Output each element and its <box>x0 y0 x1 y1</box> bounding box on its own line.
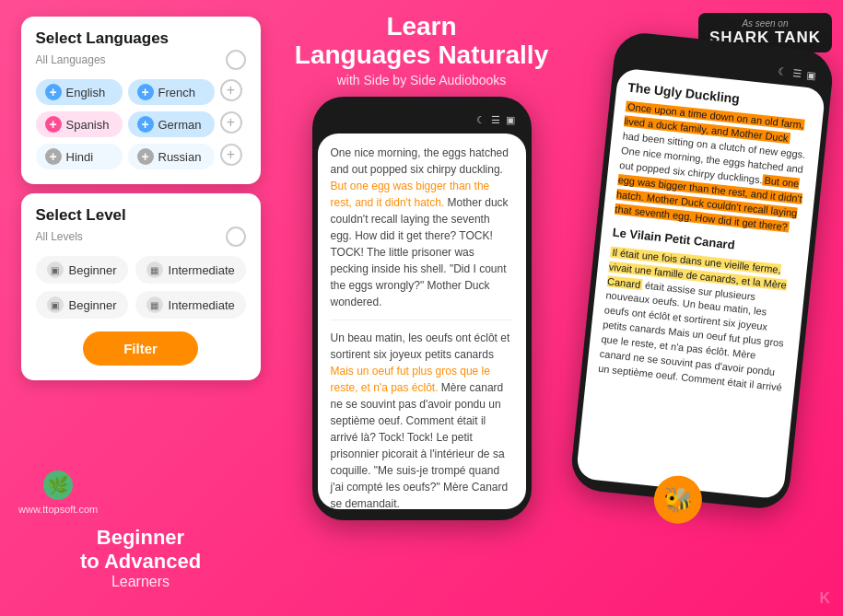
languages-radio[interactable] <box>226 50 246 70</box>
add-language-3[interactable]: + <box>220 144 242 166</box>
level-beginner-1[interactable]: ▣ Beginner <box>36 256 128 284</box>
level-icon-1: ▣ <box>47 262 64 278</box>
phone-screen-right: The Ugly Duckling Once upon a time down … <box>575 67 825 499</box>
phone-middle: ☾ ☰ ▣ One nice morning, the eggs hatched… <box>312 97 532 520</box>
moon-icon-right: ☾ <box>777 65 787 78</box>
moon-icon: ☾ <box>476 114 486 126</box>
right-panel: As seen on SHARK TANK ☾ ☰ ▣ The Ugly Duc… <box>562 0 843 616</box>
right-english-paragraph: Once upon a time down on an old farm, li… <box>614 100 811 237</box>
languages-naturally-text: Languages Naturally <box>295 41 548 70</box>
language-russian[interactable]: + Russian <box>128 144 215 169</box>
level-icon-2: ▦ <box>146 262 163 278</box>
watermark: 🌿 www.ttopsoft.com <box>18 469 98 515</box>
french-paragraph: Un beau matin, les oeufs ont éclôt et so… <box>331 330 513 509</box>
add-language-1[interactable]: + <box>220 79 242 101</box>
language-english[interactable]: + English <box>36 79 123 105</box>
left-panel: Select Languages All Languages + English… <box>0 0 281 616</box>
language-german[interactable]: + German <box>128 111 215 137</box>
level-icon-4: ▦ <box>146 296 163 313</box>
level-intermediate-2[interactable]: ▦ Intermediate <box>135 291 246 319</box>
menu-icon-right: ☰ <box>791 67 802 80</box>
phone-screen-middle: One nice morning, the eggs hatched and o… <box>318 134 526 509</box>
headline-subtitle: with Side by Side Audiobooks <box>295 73 548 87</box>
bottom-small-text: Learners <box>0 574 281 590</box>
select-level-subtitle: All Levels <box>36 227 246 247</box>
plus-french: + <box>137 84 154 100</box>
select-level-card: Select Level All Levels ▣ Beginner ▦ Int… <box>21 193 261 380</box>
bee-icon: 🐝 <box>651 473 704 526</box>
plus-hindi: + <box>45 148 62 165</box>
plus-spanish: + <box>45 116 62 133</box>
level-icon-3: ▣ <box>47 296 64 313</box>
select-languages-subtitle: All Languages <box>36 50 246 70</box>
watermark-text: www.ttopsoft.com <box>18 504 98 515</box>
language-hindi[interactable]: + Hindi <box>36 144 123 169</box>
menu-icon: ☰ <box>491 114 500 126</box>
center-headline: Learn Languages Naturally with Side by S… <box>295 13 548 87</box>
square-icon-right: ▣ <box>806 68 816 81</box>
language-french[interactable]: + French <box>128 79 215 105</box>
bee-icon-container: 🐝 <box>651 473 704 526</box>
phone-right: ☾ ☰ ▣ The Ugly Duckling Once upon a time… <box>568 30 835 511</box>
add-language-2[interactable]: + <box>220 111 242 134</box>
divider <box>331 320 513 320</box>
learn-text: Learn <box>295 13 548 41</box>
square-icon: ▣ <box>506 114 515 126</box>
filter-button[interactable]: Filter <box>83 331 198 366</box>
right-french-paragraph: Il était une fois dans une vieille ferme… <box>597 245 796 396</box>
svg-text:🌿: 🌿 <box>48 475 69 495</box>
bottom-line2-text: to Advanced <box>0 550 281 574</box>
select-languages-title: Select Languages <box>36 29 246 48</box>
select-languages-card: Select Languages All Languages + English… <box>21 17 261 184</box>
french-text-1: Un beau matin, les oeufs ont éclôt et so… <box>331 331 510 361</box>
plus-german: + <box>137 116 154 133</box>
right-highlight-2: But one egg was bigger than the rest, an… <box>614 174 802 233</box>
language-spanish[interactable]: + Spanish <box>36 111 123 137</box>
select-level-title: Select Level <box>36 206 246 225</box>
level-grid: ▣ Beginner ▦ Intermediate ▣ Beginner ▦ I… <box>36 256 246 319</box>
level-beginner-2[interactable]: ▣ Beginner <box>36 291 128 319</box>
level-intermediate-1[interactable]: ▦ Intermediate <box>135 256 246 284</box>
level-radio[interactable] <box>226 227 246 247</box>
french-text-2: Mère canard ne se souvint pas d'avoir po… <box>331 381 509 509</box>
bottom-right-k: K <box>819 590 830 607</box>
plus-english: + <box>45 84 62 100</box>
bottom-big-text: Beginner <box>0 526 281 550</box>
main-container: Select Languages All Languages + English… <box>0 0 843 616</box>
english-text-2: Mother duck couldn't recall laying the s… <box>331 196 509 308</box>
bottom-text: Beginner to Advanced Learners <box>0 526 281 590</box>
middle-panel: Learn Languages Naturally with Side by S… <box>281 0 562 616</box>
phone-notch-middle: ☾ ☰ ▣ <box>318 108 526 134</box>
plus-russian: + <box>137 148 154 165</box>
watermark-icon: 🌿 <box>41 469 75 502</box>
language-grid: + English + French + + Spanish + German <box>36 79 246 169</box>
english-text-1: One nice morning, the eggs hatched and o… <box>331 146 509 176</box>
as-seen-on-text: As seen on <box>709 18 821 29</box>
english-paragraph: One nice morning, the eggs hatched and o… <box>331 145 513 310</box>
